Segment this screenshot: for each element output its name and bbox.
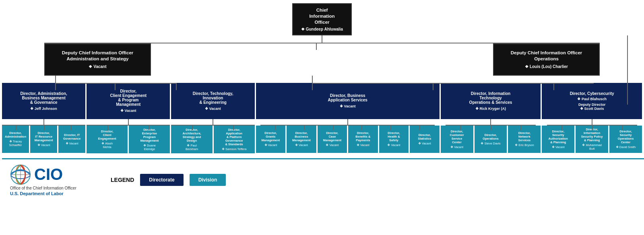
- dir-bus-app: Director, BusinessApplication Services ❖…: [256, 83, 440, 153]
- dept-name: U.S. Department of Labor: [10, 191, 64, 196]
- dir-it-ops-name: ❖ Rick Kryger (A): [475, 107, 506, 111]
- deputy-ops-node: Deputy Chief Information Officer Operati…: [493, 43, 600, 76]
- deputy-admin-node: Deputy Chief Information Officer Adminis…: [44, 43, 151, 76]
- subdir-admin-name: ❖ TraceySchaeffer: [9, 140, 22, 147]
- legend-area: LEGEND Directorate Division: [111, 174, 226, 186]
- legend-division: Division: [190, 174, 226, 186]
- subdir-csc: Director,CustomerServiceCenter ❖ Vacant: [441, 126, 473, 153]
- footer: CIO Office of the Chief Information Offi…: [2, 158, 644, 201]
- subdir-health: Director,Health &Safety ❖ Vacant: [379, 126, 409, 153]
- cio-abbr: CIO: [34, 165, 63, 183]
- subdir-sec-auth-name: ❖ Vacant: [552, 145, 565, 149]
- subdir-admin-title: Director,Administration: [5, 131, 26, 138]
- subdir-enterprise-pm-name: ❖ DuaneEldridge: [143, 144, 156, 151]
- subdir-client-eng-title: Director,ClientEngagement: [98, 130, 116, 140]
- subdir-stats: Director,Statistics ❖ Vacant: [410, 126, 439, 153]
- subdir-network-name: ❖ Eric Bryson: [515, 143, 534, 147]
- subdir-case-mgmt: Director,CaseManagement ❖ Vacant: [318, 126, 347, 153]
- deputy-admin-name: Vacant: [93, 64, 106, 69]
- subdir-benefits-title: Director,Benefits &Payments: [355, 131, 370, 142]
- office-name: Office of the Chief Information Officer: [10, 186, 76, 190]
- legend-directorate: Directorate: [140, 174, 183, 186]
- deputy-admin-vline: [2, 76, 642, 83]
- deputy-ops-title: Deputy Chief Information Officer Operati…: [511, 50, 582, 62]
- subdir-enterprise-pm-title: Director,EnterpriseProgramManagement: [140, 128, 159, 142]
- org-chart: Chief Information Officer ❖ Gundeep Ahlu…: [2, 3, 642, 153]
- dir-tech: Director, Technology,Innovation& Enginee…: [171, 83, 254, 153]
- subdir-soc-name: ❖ David Smith: [616, 145, 636, 149]
- subdir-benefits-name: ❖ Vacant: [357, 143, 369, 147]
- cio-title: Chief Information Officer: [309, 7, 334, 25]
- subdir-network: Director,NetworkServices ❖ Eric Bryson: [508, 126, 541, 153]
- cio-vline: [2, 35, 642, 43]
- directors-row: Director, Administration,Business Manage…: [2, 83, 642, 153]
- dir-client: Director,Client Engagement& ProgramManag…: [87, 83, 170, 153]
- subdir-benefits: Director,Benefits &Payments ❖ Vacant: [348, 126, 378, 153]
- subdir-app-plat-name: ❖ Samson Teffera: [222, 147, 246, 151]
- subdir-itgov-title: Director, ITGovernance: [63, 133, 80, 140]
- dir-cyber-name: ❖ Paul Blahusch: [577, 97, 607, 101]
- dir-it-ops-node: Director, InformationTechnologyOperation…: [441, 83, 541, 119]
- dir-bus-app-node: Director, BusinessApplication Services ❖…: [256, 83, 440, 119]
- dir-bus-app-name: ❖ Vacant: [340, 104, 356, 108]
- cio-node: Chief Information Officer ❖ Gundeep Ahlu…: [292, 3, 352, 35]
- subdir-ops-title: Director,Operations: [483, 133, 499, 140]
- dir-tech-name: ❖ Vacant: [205, 107, 221, 111]
- dir-cyber-deputy-title: Deputy Director: [578, 103, 606, 107]
- subdir-arch-name: ❖ PaulBeckham: [186, 144, 198, 151]
- cio-diamond: ❖ Gundeep Ahluwalia: [301, 27, 343, 31]
- dir-client-title: Director,Client Engagement& ProgramManag…: [110, 89, 147, 107]
- dir-admin-bg-name: ❖ Jeff Johnson: [30, 107, 57, 111]
- deputy-ops-name: Louis (Lou) Charlier: [530, 64, 568, 69]
- subdir-biz-mgmt-name: ❖ Vacant: [295, 143, 308, 147]
- deputy-ops-group: Deputy Chief Information Officer Operati…: [493, 43, 600, 76]
- dir-client-node: Director,Client Engagement& ProgramManag…: [87, 83, 170, 119]
- subdir-biz-mgmt: Director,BusinessManagement ❖ Vacant: [287, 126, 316, 153]
- deputy-admin-group: Deputy Chief Information Officer Adminis…: [44, 43, 151, 76]
- dir-admin-bg: Director, Administration,Business Manage…: [2, 83, 85, 153]
- deputy-admin-title: Deputy Chief Information Officer Adminis…: [62, 50, 134, 62]
- page-container: Chief Information Officer ❖ Gundeep Ahlu…: [0, 0, 644, 204]
- cio-row: Chief Information Officer ❖ Gundeep Ahlu…: [2, 3, 642, 35]
- logo-row: CIO: [10, 164, 63, 185]
- subdir-network-title: Director,NetworkServices: [518, 131, 530, 142]
- dir-admin-bg-node: Director, Administration,Business Manage…: [2, 83, 85, 119]
- logo-area: CIO Office of the Chief Information Offi…: [10, 164, 91, 196]
- subdir-itres-name: ❖ Vacant: [37, 143, 50, 147]
- subdir-soc: Director,SecurityOperationsCenter ❖ Davi…: [609, 126, 642, 153]
- dir-tech-node: Director, Technology,Innovation& Enginee…: [171, 83, 254, 119]
- cio-name: Gundeep Ahluwalia: [306, 27, 343, 31]
- deputy-ops-diamond: ❖ Louis (Lou) Charlier: [525, 64, 568, 69]
- cio-globe-icon: [10, 164, 31, 185]
- dir-it-ops: Director, InformationTechnologyOperation…: [441, 83, 541, 153]
- dir-cyber-title: Director, Cybersecurity: [570, 91, 614, 96]
- subdir-infosec-name: ❖ MuhammadButt: [582, 143, 602, 150]
- subdir-stats-name: ❖ Vacant: [418, 142, 431, 145]
- subdir-stats-title: Director,Statistics: [418, 133, 431, 140]
- dir-it-ops-title: Director, InformationTechnologyOperation…: [469, 91, 512, 105]
- subdir-health-name: ❖ Vacant: [387, 143, 400, 147]
- dir-bus-app-title: Director, BusinessApplication Services: [328, 93, 367, 102]
- subdir-itgov-name: ❖ Vacant: [66, 142, 78, 145]
- subdir-csc-title: Director,CustomerServiceCenter: [450, 130, 464, 144]
- deputy-row: Deputy Chief Information Officer Adminis…: [2, 43, 642, 76]
- subdir-grants-name: ❖ Vacant: [264, 143, 277, 147]
- dir-client-name: ❖ Vacant: [120, 109, 136, 113]
- subdir-case-mgmt-name: ❖ Vacant: [326, 143, 339, 147]
- subdir-sec-auth: Director,SecurityAuthorization& Planning…: [542, 126, 574, 153]
- subdir-case-mgmt-title: Director,CaseManagement: [323, 131, 341, 142]
- dir-admin-bg-title: Director, Administration,Business Manage…: [20, 91, 67, 105]
- subdir-itgov: Director, ITGovernance ❖ Vacant: [58, 126, 85, 153]
- subdir-app-plat: Director,Application& PlatformGovernance…: [214, 126, 255, 153]
- dir-tech-subs: Director,Architecture,Strategy andDesign…: [171, 126, 254, 153]
- legend-title: LEGEND: [111, 177, 134, 183]
- deputy-admin-diamond: ❖ Vacant: [89, 64, 106, 69]
- dir-bus-app-subs: Director,GrantsManagement ❖ Vacant Direc…: [256, 126, 440, 153]
- subdir-health-title: Director,Health &Safety: [388, 131, 400, 142]
- subdir-grants-title: Director,GrantsManagement: [262, 131, 280, 142]
- subdir-enterprise-pm: Director,EnterpriseProgramManagement ❖ D…: [129, 126, 170, 153]
- subdir-grants: Director,GrantsManagement ❖ Vacant: [256, 126, 285, 153]
- subdir-sec-auth-title: Director,SecurityAuthorization& Planning: [549, 130, 568, 144]
- dir-client-subs: Director,ClientEngagement ❖ AtashMehta D…: [87, 126, 170, 153]
- subdir-ops-name: ❖ Steve Davis: [481, 142, 500, 145]
